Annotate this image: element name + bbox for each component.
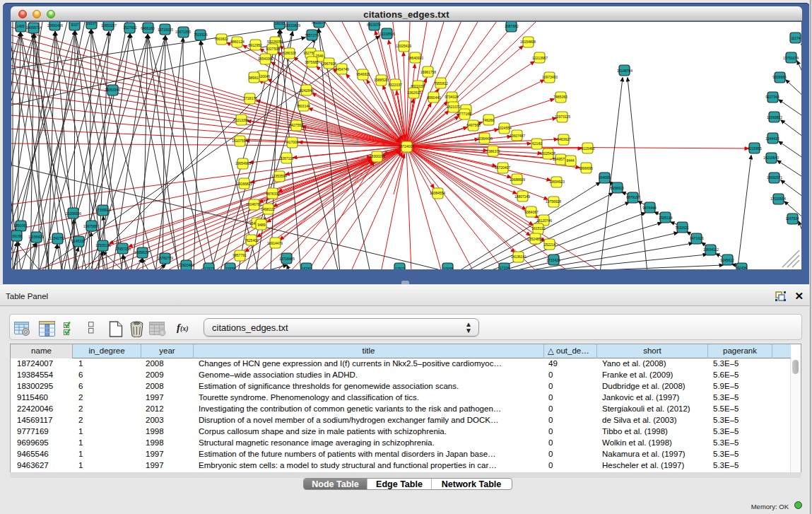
svg-text:7857274: 7857274 — [305, 33, 319, 37]
svg-text:1850061: 1850061 — [13, 223, 28, 228]
svg-text:8878332: 8878332 — [266, 192, 280, 196]
svg-text:19384554: 19384554 — [430, 191, 445, 195]
svg-text:16961758: 16961758 — [420, 70, 436, 74]
svg-text:12923: 12923 — [395, 267, 405, 269]
svg-text:16154808: 16154808 — [520, 40, 536, 44]
svg-text:39158: 39158 — [12, 234, 22, 238]
svg-text:8186328: 8186328 — [282, 51, 296, 55]
svg-text:9115460: 9115460 — [581, 146, 594, 151]
svg-text:1621072: 1621072 — [447, 105, 461, 109]
svg-text:8912952: 8912952 — [248, 43, 262, 47]
svg-text:8813074: 8813074 — [367, 23, 381, 27]
svg-text:9227343: 9227343 — [765, 95, 779, 99]
svg-text:17334: 17334 — [500, 266, 510, 269]
svg-text:19756928: 19756928 — [546, 199, 561, 204]
svg-text:1527602: 1527602 — [123, 25, 137, 30]
svg-text:6466160: 6466160 — [141, 26, 155, 30]
svg-text:20364436: 20364436 — [477, 136, 493, 141]
svg-text:3267110: 3267110 — [280, 156, 293, 160]
svg-text:19337: 19337 — [86, 22, 96, 25]
svg-text:9546821: 9546821 — [356, 72, 370, 76]
svg-text:12213369: 12213369 — [233, 118, 249, 122]
svg-text:1498222: 1498222 — [261, 207, 275, 211]
svg-text:9327508: 9327508 — [266, 47, 280, 51]
svg-text:10973493: 10973493 — [542, 75, 558, 79]
svg-text:8813074: 8813074 — [312, 22, 326, 25]
svg-text:20691406: 20691406 — [47, 23, 63, 28]
svg-text:15692971: 15692971 — [767, 175, 782, 180]
svg-text:12923: 12923 — [204, 267, 214, 269]
svg-text:1588520: 1588520 — [374, 78, 388, 82]
svg-text:18300295: 18300295 — [370, 154, 385, 158]
svg-text:7663822: 7663822 — [214, 37, 228, 41]
svg-text:16120746: 16120746 — [536, 218, 552, 223]
svg-text:7485063: 7485063 — [553, 95, 567, 99]
svg-text:16033: 16033 — [275, 22, 285, 25]
svg-text:9337: 9337 — [71, 23, 78, 27]
svg-text:17957255: 17957255 — [115, 247, 131, 251]
svg-text:53226058: 53226058 — [267, 40, 283, 44]
svg-text:92456: 92456 — [737, 266, 747, 269]
svg-text:9857791: 9857791 — [233, 253, 247, 257]
svg-text:16107554: 16107554 — [232, 139, 247, 143]
svg-text:8444: 8444 — [566, 158, 574, 163]
svg-text:9329966: 9329966 — [772, 75, 787, 79]
svg-text:6497568: 6497568 — [466, 123, 481, 127]
svg-text:1733426: 1733426 — [546, 258, 560, 262]
svg-text:11156829: 11156829 — [28, 235, 44, 239]
svg-text:8322037: 8322037 — [388, 83, 402, 87]
svg-text:8471626: 8471626 — [690, 236, 704, 240]
svg-text:20206556: 20206556 — [66, 211, 81, 216]
svg-text:12342757: 12342757 — [49, 236, 65, 240]
svg-text:1405: 1405 — [16, 24, 24, 28]
svg-text:8215955: 8215955 — [748, 146, 762, 151]
svg-text:15751074: 15751074 — [783, 56, 799, 60]
svg-text:15046766: 15046766 — [246, 202, 261, 206]
svg-text:16148784: 16148784 — [617, 69, 632, 73]
svg-text:10671355: 10671355 — [175, 30, 191, 34]
svg-text:18724007: 18724007 — [399, 144, 414, 148]
svg-text:10958157: 10958157 — [134, 250, 150, 255]
svg-text:9463627: 9463627 — [557, 137, 571, 141]
svg-text:19975887: 19975887 — [83, 224, 99, 228]
svg-text:16782: 16782 — [302, 267, 312, 269]
svg-text:10607487: 10607487 — [510, 134, 525, 138]
svg-text:9734024: 9734024 — [445, 95, 459, 99]
svg-text:7515526: 7515526 — [194, 33, 208, 37]
svg-text:12213967: 12213967 — [532, 56, 548, 60]
svg-text:13524851: 13524851 — [527, 237, 543, 241]
svg-text:9489: 9489 — [257, 223, 265, 227]
svg-text:2087682: 2087682 — [505, 24, 519, 28]
svg-text:13654923: 13654923 — [549, 180, 565, 184]
svg-text:16210643: 16210643 — [763, 156, 779, 160]
svg-text:19166825: 19166825 — [237, 182, 252, 186]
svg-text:10653287: 10653287 — [101, 23, 117, 28]
svg-text:7632621: 7632621 — [675, 226, 689, 230]
svg-text:11174: 11174 — [791, 36, 800, 40]
svg-text:12973125: 12973125 — [555, 115, 570, 119]
svg-text:9242848: 9242848 — [300, 88, 314, 93]
svg-text:1167534: 1167534 — [785, 216, 799, 221]
svg-text:8938913: 8938913 — [610, 186, 624, 190]
svg-text:8454749: 8454749 — [335, 67, 349, 71]
svg-text:7386372: 7386372 — [486, 149, 500, 153]
svg-text:9245612: 9245612 — [720, 258, 734, 262]
svg-text:12353594: 12353594 — [271, 174, 287, 178]
svg-text:62160: 62160 — [532, 141, 542, 146]
svg-text:3875685: 3875685 — [305, 60, 319, 64]
svg-text:1615112: 1615112 — [531, 226, 545, 230]
svg-text:20053346: 20053346 — [105, 88, 120, 92]
svg-text:9474444: 9474444 — [642, 206, 657, 210]
svg-text:18807249: 18807249 — [514, 194, 530, 199]
svg-text:19654965: 19654965 — [235, 161, 251, 165]
svg-text:1244415: 1244415 — [765, 136, 779, 141]
svg-text:14055714: 14055714 — [26, 25, 42, 30]
svg-text:16033809: 16033809 — [285, 23, 300, 28]
svg-text:8860124: 8860124 — [230, 40, 245, 44]
svg-text:8990443: 8990443 — [427, 95, 441, 100]
svg-text:10688609: 10688609 — [510, 177, 525, 182]
svg-text:6899695: 6899695 — [579, 166, 593, 170]
svg-text:8427552: 8427552 — [289, 123, 303, 127]
svg-text:10958: 10958 — [443, 267, 453, 269]
svg-text:13716485: 13716485 — [279, 257, 295, 261]
